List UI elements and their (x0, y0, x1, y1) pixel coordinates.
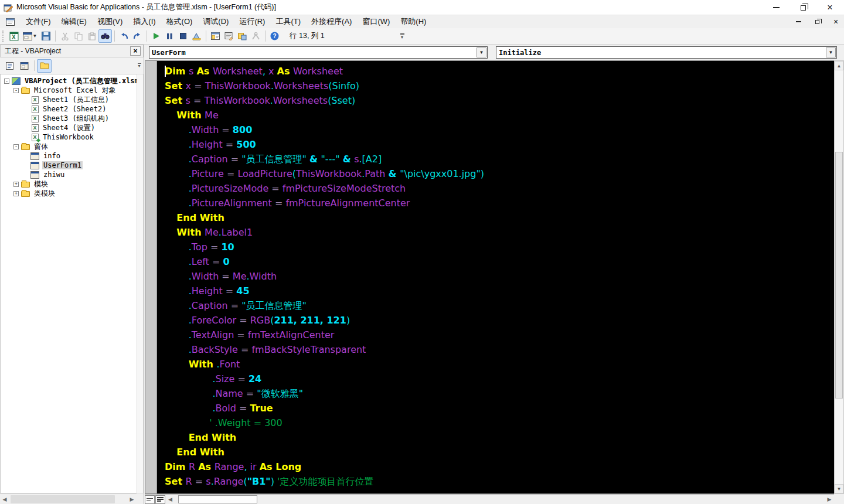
tree-item[interactable]: Sheet1 (员工信息) (1, 95, 137, 104)
full-module-view-button[interactable] (155, 495, 165, 504)
menu-item[interactable]: 外接程序(A) (306, 15, 357, 29)
properties-window-button[interactable] (222, 29, 236, 43)
project-panel-close-button[interactable]: × (130, 46, 141, 56)
redo-button[interactable] (131, 29, 144, 43)
find-button[interactable] (98, 29, 112, 43)
menu-item[interactable]: 调试(D) (198, 15, 234, 29)
tree-item[interactable]: +模块 (1, 179, 137, 189)
object-dropdown-button[interactable]: ▼ (477, 47, 486, 57)
tree-item[interactable]: ThisWorkbook (1, 132, 137, 142)
reset-button[interactable] (176, 29, 190, 43)
tree-item[interactable]: Sheet3 (组织机构) (1, 114, 137, 123)
object-dropdown[interactable]: UserForm ▼ (149, 46, 488, 59)
code-editor[interactable]: Dim s As Worksheet, x As WorksheetSet x … (145, 60, 834, 494)
break-button[interactable] (163, 29, 176, 43)
menu-item[interactable]: 格式(O) (161, 15, 198, 29)
chevron-down-icon: ▼ (479, 50, 484, 55)
scroll-down-button[interactable]: ▼ (835, 484, 843, 493)
scroll-up-button[interactable]: ▲ (835, 61, 843, 70)
view-object-button[interactable] (17, 59, 32, 73)
paste-button[interactable] (85, 29, 98, 43)
menu-item[interactable]: 工具(T) (270, 15, 306, 29)
tree-item[interactable]: -VBAProject (员工信息管理.xlsm) (1, 76, 137, 86)
project-tree-horizontal-scrollbar[interactable]: ◀ ▶ (0, 493, 137, 504)
menu-item[interactable]: 编辑(E) (56, 15, 92, 29)
project-explorer-button[interactable] (209, 29, 222, 43)
tree-item[interactable]: -Microsoft Excel 对象 (1, 86, 137, 95)
mdi-restore-icon (815, 20, 819, 24)
toggle-folders-button[interactable] (37, 59, 52, 73)
toolbox-button[interactable] (249, 29, 263, 43)
view-object-icon (20, 62, 29, 70)
code-text: Dim s As Worksheet, x As WorksheetSet x … (158, 61, 834, 493)
tree-item[interactable]: zhiwu (1, 170, 137, 179)
menu-item[interactable]: 视图(V) (92, 15, 128, 29)
scrollbar-thumb[interactable] (11, 495, 115, 503)
procedure-view-button[interactable] (145, 495, 155, 504)
sheet-icon (32, 96, 39, 104)
object-browser-button[interactable] (236, 29, 249, 43)
project-toolbar-overflow[interactable]: ▼ (136, 60, 142, 71)
scroll-right-icon[interactable]: ▶ (127, 495, 137, 504)
scrollbar-thumb[interactable] (835, 152, 843, 399)
procedure-dropdown-value: Initialize (496, 49, 826, 57)
tree-item[interactable]: Sheet2 (Sheet2) (1, 104, 137, 114)
cut-icon (61, 32, 69, 40)
expand-icon[interactable]: + (13, 191, 19, 196)
menu-item[interactable]: 帮助(H) (395, 15, 431, 29)
tree-item[interactable]: -窗体 (1, 142, 137, 151)
toolbar-grip[interactable] (2, 30, 5, 42)
copy-icon (74, 32, 83, 40)
tree-item-label: 类模块 (33, 189, 56, 199)
menu-item[interactable]: 文件(F) (21, 15, 56, 29)
tree-item[interactable]: UserForm1 (1, 161, 137, 170)
copy-button[interactable] (72, 29, 85, 43)
procedure-dropdown-button[interactable]: ▼ (826, 47, 836, 57)
code-horizontal-scrollbar[interactable] (175, 495, 825, 504)
collapse-icon[interactable]: - (13, 88, 19, 93)
expand-icon[interactable]: + (13, 182, 19, 187)
scroll-left-icon[interactable]: ◀ (0, 495, 9, 504)
view-code-button[interactable] (2, 59, 17, 73)
restore-button[interactable] (797, 2, 809, 13)
mdi-close-button[interactable]: × (831, 17, 840, 26)
cursor-position-status: 行 13, 列 1 (290, 31, 325, 41)
menu-item[interactable]: 插入(I) (128, 15, 161, 29)
collapse-icon[interactable]: - (13, 144, 19, 149)
close-icon: × (827, 3, 832, 12)
tree-item[interactable]: info (1, 151, 137, 161)
design-mode-button[interactable] (190, 29, 203, 43)
object-browser-icon (238, 32, 247, 40)
tree-item[interactable]: Sheet4 (设置) (1, 123, 137, 132)
menu-item[interactable]: 窗口(W) (357, 15, 395, 29)
code-line: With Me.Label1 (165, 225, 834, 240)
help-button[interactable]: ? (268, 29, 281, 43)
code-vertical-scrollbar[interactable]: ▲ ▼ (834, 60, 844, 494)
scrollbar-corner (834, 494, 844, 504)
project-icon (12, 77, 21, 85)
close-button[interactable]: × (824, 2, 836, 13)
toolbar-separator (34, 60, 35, 71)
tree-item[interactable]: +类模块 (1, 189, 137, 198)
cut-button[interactable] (58, 29, 72, 43)
collapse-icon[interactable]: - (4, 79, 9, 84)
insert-dropdown-arrow: ▼ (33, 33, 38, 39)
form-icon (30, 171, 39, 179)
breakpoint-margin[interactable] (145, 61, 157, 493)
toolbar-overflow-button[interactable]: ▼ (399, 29, 406, 43)
insert-userform-button[interactable]: ▼ (21, 29, 39, 43)
project-panel-header[interactable]: 工程 - VBAProject × (0, 45, 144, 57)
scroll-left-button[interactable]: ◀ (166, 495, 175, 504)
run-button[interactable] (149, 29, 163, 43)
menu-item[interactable]: 运行(R) (234, 15, 270, 29)
scrollbar-thumb[interactable] (178, 495, 257, 503)
minimize-button[interactable] (770, 2, 782, 13)
undo-button[interactable] (117, 29, 131, 43)
mdi-restore-button[interactable] (812, 17, 822, 26)
mdi-minimize-button[interactable] (794, 17, 803, 26)
project-tree-vertical-scrollbar[interactable] (137, 74, 144, 493)
procedure-dropdown[interactable]: Initialize ▼ (496, 46, 837, 59)
scroll-right-button[interactable]: ▶ (825, 495, 834, 504)
save-button[interactable] (39, 29, 53, 43)
view-excel-button[interactable]: X (7, 29, 21, 43)
